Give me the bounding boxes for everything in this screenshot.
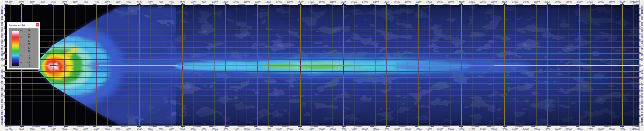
ruler-label: 8500: [180, 128, 185, 130]
ruler-label: 4500: [94, 128, 99, 130]
legend-panel[interactable]: illuminance (lx) x 24222017151210752,40: [7, 22, 40, 70]
ruler-label: 15000: [319, 128, 325, 130]
ruler-label: 0: [641, 65, 643, 66]
ruler-label: 21000: [448, 128, 454, 130]
ruler-label: 13000: [276, 1, 282, 3]
legend-tick: [20, 45, 22, 45]
ruler-label: 20000: [426, 1, 432, 3]
ruler-label: 500: [641, 58, 643, 61]
ruler-label: 2000: [1, 39, 3, 44]
legend-close-button[interactable]: x: [36, 23, 39, 26]
ruler-label: -1000: [641, 75, 643, 80]
ruler-label: 21000: [448, 1, 454, 3]
ruler-top: 0mm5001000150020002500300035004000450050…: [0, 0, 644, 5]
ruler-label: 16500: [351, 128, 357, 130]
ruler-label: 14500: [308, 128, 314, 130]
ruler-label: 5000: [105, 128, 110, 130]
ruler-label: 1500: [641, 45, 643, 50]
ruler-label: 24000: [512, 1, 518, 3]
ruler-label: 500: [1, 58, 3, 61]
ruler-label: 2500: [51, 1, 56, 3]
ruler-label: 4500: [1, 10, 3, 14]
legend-tick: [20, 34, 22, 35]
ruler-label: 24500: [523, 128, 529, 130]
ruler-label: -500: [1, 69, 3, 74]
ruler-label: 14500: [308, 1, 314, 3]
ruler-label: 20500: [437, 1, 443, 3]
center-measure-line: [0, 65, 644, 66]
ruler-label: 3000: [62, 128, 67, 130]
ruler-label: 27500: [587, 128, 593, 130]
ruler-label: 15500: [330, 128, 336, 130]
ruler-label: 10500: [222, 1, 228, 3]
ruler-label: -1000: [1, 75, 3, 80]
ruler-label: 11500: [244, 128, 250, 130]
ruler-label: 16000: [341, 1, 347, 3]
ruler-label: -1500: [641, 81, 643, 86]
ruler-label: 17500: [373, 1, 379, 3]
ruler-label: 2500: [641, 34, 643, 38]
ruler-label: 12500: [265, 128, 271, 130]
legend-titlebar[interactable]: illuminance (lx) x: [7, 22, 40, 27]
legend-title: illuminance (lx): [9, 24, 25, 26]
legend-tick: [20, 41, 22, 42]
ruler-label: 16000: [341, 128, 347, 130]
ruler-label: 500: [9, 128, 13, 130]
ruler-label: 8500: [180, 1, 185, 3]
ruler-label: 3500: [73, 128, 77, 130]
ruler-label: 0: [1, 65, 3, 66]
ruler-bottom: 0mm5001000150020002500300035004000450050…: [0, 125, 644, 131]
ruler-label: 19000: [405, 128, 411, 130]
ruler-label: 13000: [276, 128, 282, 130]
ruler-label: 1000: [19, 128, 24, 130]
ruler-label: 25500: [544, 1, 550, 3]
heatmap-canvas: [0, 0, 644, 131]
legend-level-label: 7: [22, 54, 30, 56]
legend-tick: [20, 52, 22, 52]
ruler-label: 22500: [480, 1, 486, 3]
ruler-label: 3000: [641, 27, 643, 32]
ruler-label: 10000: [212, 128, 218, 130]
legend-level-label: 24: [22, 29, 30, 32]
legend-tick: [20, 59, 22, 59]
ruler-label: 28500: [609, 1, 615, 3]
ruler-label: 18000: [383, 128, 389, 130]
ruler-label: 4000: [84, 128, 88, 130]
legend-tick: [20, 66, 22, 66]
ruler-label: 18000: [383, 1, 389, 3]
ruler-label: 3500: [73, 1, 77, 3]
ruler-label: 21500: [459, 128, 465, 130]
ruler-label: 13500: [287, 1, 293, 3]
ruler-label: 11000: [233, 1, 239, 3]
legend-level-label: 15: [22, 43, 30, 46]
illuminance-plot-window: 0mm5001000150020002500300035004000450050…: [0, 0, 644, 131]
ruler-label: 22000: [469, 1, 475, 3]
ruler-label: 18500: [394, 128, 400, 130]
ruler-label: -3500: [641, 104, 643, 110]
ruler-label: 17500: [373, 128, 379, 130]
ruler-label: 9500: [202, 128, 206, 130]
ruler-label: -3000: [1, 99, 3, 104]
ruler-label: 26500: [566, 1, 572, 3]
ruler-label: 28000: [598, 128, 604, 130]
ruler-label: 2500: [1, 34, 3, 38]
ruler-label: 29000: [620, 128, 626, 130]
ruler-right: 5000mm4500400035003000250020001500100050…: [639, 0, 644, 131]
ruler-label: 1500: [30, 1, 35, 3]
ruler-left: 5000mm4500400035003000250020001500100050…: [0, 0, 5, 131]
ruler-label: 25500: [544, 128, 550, 130]
ruler-label: 19500: [416, 1, 422, 3]
legend-tick: [20, 38, 22, 38]
ruler-label: 9000: [191, 1, 196, 3]
legend-level-label: 10: [22, 50, 30, 53]
ruler-label: 12000: [255, 128, 261, 130]
ruler-label: 4500: [94, 1, 99, 3]
ruler-label: 6500: [137, 1, 142, 3]
ruler-label: 6000: [127, 128, 131, 130]
ruler-label: 4000: [1, 16, 3, 20]
close-icon: x: [37, 24, 38, 26]
ruler-label: 27000: [577, 1, 583, 3]
ruler-label: 2000: [41, 128, 45, 130]
ruler-label: 10500: [222, 128, 228, 130]
ruler-label: 1000: [1, 51, 3, 56]
